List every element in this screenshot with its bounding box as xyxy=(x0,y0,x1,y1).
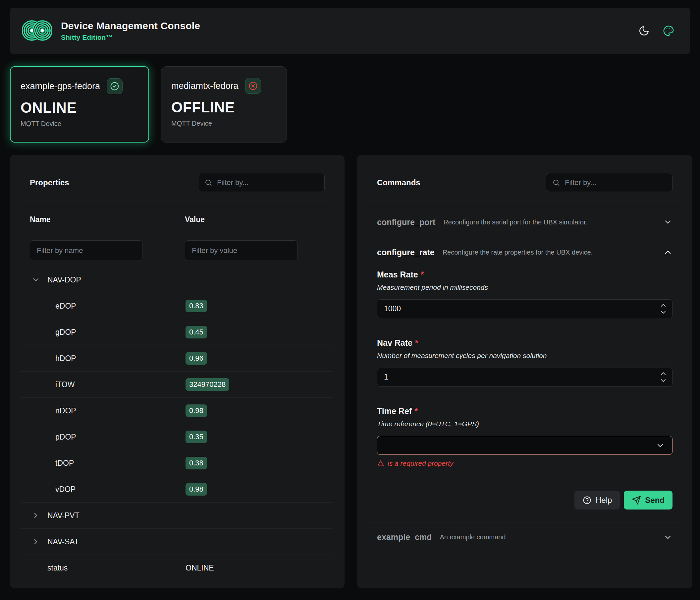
required-asterisk: * xyxy=(415,338,418,347)
properties-filter-input[interactable] xyxy=(217,178,318,187)
device-card-mediamtx-fedora[interactable]: mediamtx-fedora OFFLINE MQTT Device xyxy=(161,66,287,143)
commands-filter xyxy=(546,173,673,192)
help-label: Help xyxy=(596,496,612,505)
search-icon xyxy=(552,179,560,187)
command-name: configure_rate xyxy=(377,248,435,257)
property-name: hDOP xyxy=(55,354,76,363)
dark-mode-moon-icon[interactable] xyxy=(639,25,650,37)
group-row-nav-pvt[interactable]: NAV-PVT xyxy=(21,503,333,529)
error-text: is a required property xyxy=(388,459,453,467)
properties-title: Properties xyxy=(30,178,69,187)
property-value-badge: 0.35 xyxy=(185,431,207,443)
property-name: eDOP xyxy=(55,302,76,311)
offline-status-badge xyxy=(245,78,261,94)
properties-table-header: Name Value xyxy=(21,207,333,232)
group-label: NAV-DOP xyxy=(47,275,81,284)
properties-panel: Properties Name Value xyxy=(10,155,345,589)
command-list: configure_port Reconfigure the serial po… xyxy=(368,207,681,552)
theme-palette-icon[interactable] xyxy=(663,25,674,37)
property-value-badge: 0.38 xyxy=(185,457,207,470)
command-row-example-cmd[interactable]: example_cmd An example command xyxy=(368,522,681,552)
stepper-down-icon[interactable] xyxy=(660,310,666,314)
search-icon xyxy=(204,179,212,187)
required-asterisk: * xyxy=(415,406,418,416)
name-filter-input[interactable] xyxy=(30,240,143,261)
group-label: NAV-SAT xyxy=(47,537,79,546)
warning-triangle-icon xyxy=(377,460,384,467)
field-description: Measurement period in milliseconds xyxy=(377,283,673,291)
property-name: status xyxy=(47,563,68,573)
chevron-right-icon[interactable] xyxy=(31,537,40,546)
command-row-configure-port[interactable]: configure_port Reconfigure the serial po… xyxy=(368,207,681,237)
help-circle-icon xyxy=(582,496,592,505)
device-card-example-gps-fedora[interactable]: example-gps-fedora ONLINE MQTT Device xyxy=(10,66,149,143)
property-name: nDOP xyxy=(55,406,76,415)
time-ref-field: Time Ref* Time reference (0=UTC, 1=GPS) xyxy=(377,406,673,467)
commands-filter-input[interactable] xyxy=(565,178,666,187)
required-asterisk: * xyxy=(421,270,424,279)
page-subtitle: Shitty Edition™ xyxy=(61,33,200,42)
table-row: iTOW 324970228 xyxy=(21,371,333,398)
property-value-badge: 0.98 xyxy=(185,404,207,417)
property-value-badge: 0.45 xyxy=(185,326,207,338)
stepper-up-icon[interactable] xyxy=(660,371,666,376)
commands-panel: Commands configure_port Reconfigure the … xyxy=(357,155,692,589)
property-name: iTOW xyxy=(55,380,75,389)
command-row-configure-rate[interactable]: configure_rate Reconfigure the rate prop… xyxy=(368,237,681,267)
chevron-down-icon xyxy=(656,441,665,450)
field-label: Time Ref xyxy=(377,406,412,416)
command-description: An example command xyxy=(440,533,505,541)
chevron-down-icon[interactable] xyxy=(663,217,673,227)
field-label: Meas Rate xyxy=(377,270,418,279)
command-description: Reconfigure the serial port for the UBX … xyxy=(443,218,588,226)
device-type: MQTT Device xyxy=(21,120,139,128)
nav-rate-input[interactable] xyxy=(377,373,660,382)
chevron-down-icon[interactable] xyxy=(663,533,673,542)
properties-rows: NAV-DOP eDOP 0.83 gDOP 0.45 hDOP 0.96 iT… xyxy=(21,267,333,581)
device-name: example-gps-fedora xyxy=(21,81,100,92)
field-description: Number of measurement cycles per navigat… xyxy=(377,352,673,360)
property-value-badge: 0.98 xyxy=(185,483,207,496)
number-stepper[interactable] xyxy=(660,303,666,314)
command-name: example_cmd xyxy=(377,532,432,542)
device-name: mediamtx-fedora xyxy=(171,81,239,91)
property-name: pDOP xyxy=(55,433,76,441)
send-button[interactable]: Send xyxy=(624,490,673,509)
property-name: gDOP xyxy=(55,328,76,337)
table-row: hDOP 0.96 xyxy=(21,345,333,371)
field-description: Time reference (0=UTC, 1=GPS) xyxy=(377,420,673,428)
property-value: ONLINE xyxy=(185,563,214,573)
meas-rate-input[interactable] xyxy=(377,304,660,313)
check-circle-icon xyxy=(110,81,120,91)
meas-rate-input-wrap xyxy=(377,299,673,318)
property-value-badge: 0.83 xyxy=(185,300,207,312)
property-name: vDOP xyxy=(55,485,76,494)
send-icon xyxy=(632,496,641,505)
table-row: tDOP 0.38 xyxy=(21,450,333,476)
configure-rate-form: Meas Rate* Measurement period in millise… xyxy=(368,267,681,522)
group-label: NAV-PVT xyxy=(47,511,79,520)
chevron-right-icon[interactable] xyxy=(31,511,40,520)
validation-error: is a required property xyxy=(377,459,673,467)
properties-filter xyxy=(198,173,325,192)
command-description: Reconfigure the rate properties for the … xyxy=(443,248,593,256)
value-filter-input[interactable] xyxy=(185,240,298,261)
device-status: OFFLINE xyxy=(171,99,277,116)
group-row-nav-sat[interactable]: NAV-SAT xyxy=(21,529,333,555)
help-button[interactable]: Help xyxy=(574,490,620,509)
x-circle-icon xyxy=(248,81,258,91)
table-row: gDOP 0.45 xyxy=(21,319,333,345)
stepper-up-icon[interactable] xyxy=(660,303,666,307)
group-row-nav-dop[interactable]: NAV-DOP xyxy=(21,267,333,293)
page-title: Device Management Console xyxy=(61,20,200,31)
online-status-badge xyxy=(107,78,123,94)
column-header-name: Name xyxy=(30,215,185,224)
table-row-status: status ONLINE xyxy=(21,555,333,581)
stepper-down-icon[interactable] xyxy=(660,379,666,383)
field-label: Nav Rate xyxy=(377,338,412,347)
time-ref-select[interactable] xyxy=(377,436,673,455)
number-stepper[interactable] xyxy=(660,371,666,383)
chevron-up-icon[interactable] xyxy=(663,248,673,257)
chevron-down-icon[interactable] xyxy=(31,275,40,284)
send-label: Send xyxy=(645,496,665,505)
